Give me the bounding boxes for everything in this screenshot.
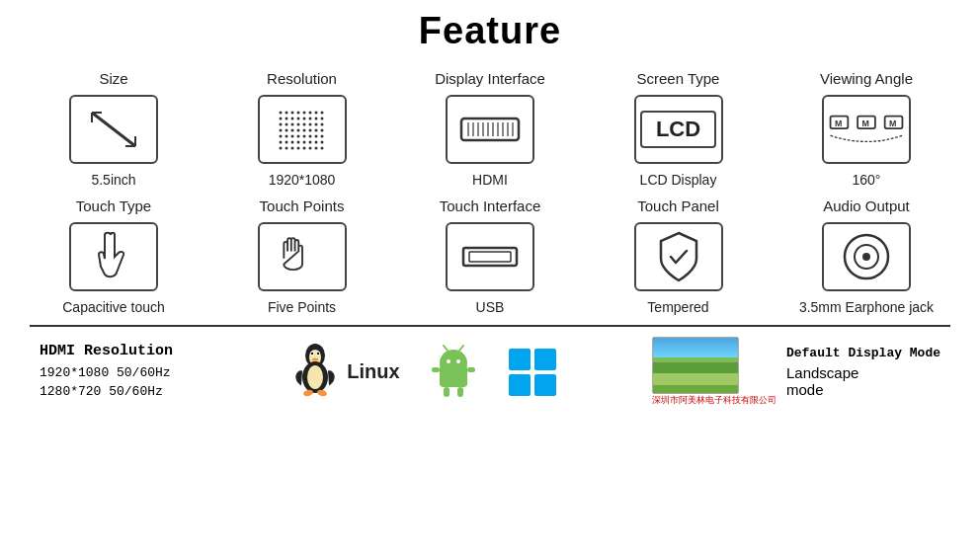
svg-rect-75 <box>463 248 517 266</box>
windows-item <box>507 347 558 398</box>
android-item <box>430 344 477 401</box>
feature-screen-type: Screen Type LCD LCD Display <box>595 70 763 188</box>
svg-point-1 <box>279 112 282 115</box>
svg-point-87 <box>311 352 313 354</box>
svg-point-31 <box>314 129 317 132</box>
shield-check-icon <box>634 222 723 291</box>
svg-point-47 <box>314 141 317 144</box>
feature-audio-output: Audio Output 3.5mm Earphone jack <box>782 197 950 315</box>
svg-rect-105 <box>509 349 531 370</box>
os-icons: Linux <box>198 344 652 401</box>
svg-rect-107 <box>509 374 531 396</box>
svg-point-11 <box>290 118 293 120</box>
landscape-image-block: 深圳市阿美林电子科技有限公司 <box>652 337 776 407</box>
landscape-label: Landscape <box>786 364 940 381</box>
hdmi-res-1: 1920*1080 50/60Hz <box>40 363 198 383</box>
linux-icon <box>291 344 339 401</box>
svg-point-4 <box>296 112 299 115</box>
svg-point-52 <box>296 147 299 150</box>
svg-point-44 <box>296 141 299 144</box>
landscape-text: Default Display Mode Landscape mode <box>786 346 940 398</box>
svg-point-26 <box>285 129 287 132</box>
svg-rect-108 <box>534 374 556 396</box>
feature-size: Size 5.5inch <box>30 70 198 188</box>
svg-point-46 <box>308 141 311 144</box>
svg-point-22 <box>308 123 311 126</box>
svg-point-29 <box>302 129 305 132</box>
feature-touch-points: Touch Points Five Points <box>218 197 386 315</box>
svg-rect-106 <box>534 349 556 370</box>
svg-point-43 <box>290 141 293 144</box>
svg-point-24 <box>320 123 323 126</box>
linux-label: Linux <box>347 360 399 383</box>
windows-icon <box>507 347 558 398</box>
svg-point-41 <box>279 141 282 144</box>
svg-point-5 <box>302 112 305 115</box>
svg-text:M: M <box>835 118 842 128</box>
svg-line-98 <box>444 346 448 351</box>
linux-item: Linux <box>291 344 399 401</box>
svg-point-34 <box>285 135 287 138</box>
svg-point-50 <box>285 147 287 150</box>
svg-rect-102 <box>457 387 463 397</box>
svg-point-28 <box>296 129 299 132</box>
svg-point-97 <box>456 359 460 363</box>
lcd-icon: LCD <box>634 95 723 164</box>
feature-row-1: Size 5.5inch Resolution /* inline grid d… <box>30 70 950 188</box>
page-title: Feature <box>30 10 950 52</box>
svg-point-3 <box>290 112 293 115</box>
svg-point-23 <box>314 123 317 126</box>
feature-display-interface: Display Interface <box>406 70 574 188</box>
svg-point-53 <box>302 147 305 150</box>
svg-point-89 <box>312 357 318 360</box>
feature-row-2: Touch Type Capacitive touch Touch Points <box>30 197 950 315</box>
bottom-section: HDMI Resolution 1920*1080 50/60Hz 1280*7… <box>30 337 950 407</box>
svg-point-6 <box>308 112 311 115</box>
svg-line-0 <box>92 113 135 146</box>
feature-viewing-angle: Viewing Angle M M M 160° <box>782 70 950 188</box>
section-divider <box>30 325 950 327</box>
svg-point-14 <box>308 118 311 120</box>
svg-rect-100 <box>440 371 467 385</box>
svg-point-82 <box>862 253 870 261</box>
feature-touch-type: Touch Type Capacitive touch <box>30 197 198 315</box>
svg-point-91 <box>307 365 323 389</box>
svg-point-20 <box>296 123 299 126</box>
svg-point-42 <box>285 141 287 144</box>
feature-resolution: Resolution /* inline grid dots */ <box>218 70 386 188</box>
feature-touch-panel: Touch Panel Tempered <box>595 197 763 315</box>
svg-text:M: M <box>889 118 896 128</box>
viewing-angle-icon: M M M <box>822 95 911 164</box>
landscape-thumbnail <box>652 337 739 394</box>
svg-point-88 <box>317 352 319 354</box>
svg-point-12 <box>296 118 299 120</box>
svg-rect-57 <box>461 118 519 140</box>
svg-point-37 <box>302 135 305 138</box>
svg-point-32 <box>320 129 323 132</box>
svg-point-40 <box>320 135 323 138</box>
svg-line-99 <box>459 346 463 351</box>
default-display-title: Default Display Mode <box>786 346 940 360</box>
multi-touch-icon <box>258 222 347 291</box>
svg-point-39 <box>314 135 317 138</box>
svg-point-9 <box>279 118 282 120</box>
svg-point-18 <box>285 123 287 126</box>
svg-point-8 <box>320 112 323 115</box>
svg-point-36 <box>296 135 299 138</box>
default-display-section: 深圳市阿美林电子科技有限公司 Default Display Mode Land… <box>652 337 940 407</box>
audio-output-icon <box>822 222 911 291</box>
svg-point-96 <box>447 359 450 363</box>
svg-point-2 <box>285 112 287 115</box>
resolution-icon: /* inline grid dots */ <box>258 95 347 164</box>
svg-point-27 <box>290 129 293 132</box>
usb-icon <box>446 222 534 291</box>
svg-point-49 <box>279 147 282 150</box>
svg-point-7 <box>314 112 317 115</box>
svg-point-35 <box>290 135 293 138</box>
svg-rect-104 <box>467 367 475 372</box>
svg-point-15 <box>314 118 317 120</box>
hdmi-port-icon <box>446 95 534 164</box>
watermark-text: 深圳市阿美林电子科技有限公司 <box>652 394 776 407</box>
svg-point-38 <box>308 135 311 138</box>
svg-point-54 <box>308 147 311 150</box>
